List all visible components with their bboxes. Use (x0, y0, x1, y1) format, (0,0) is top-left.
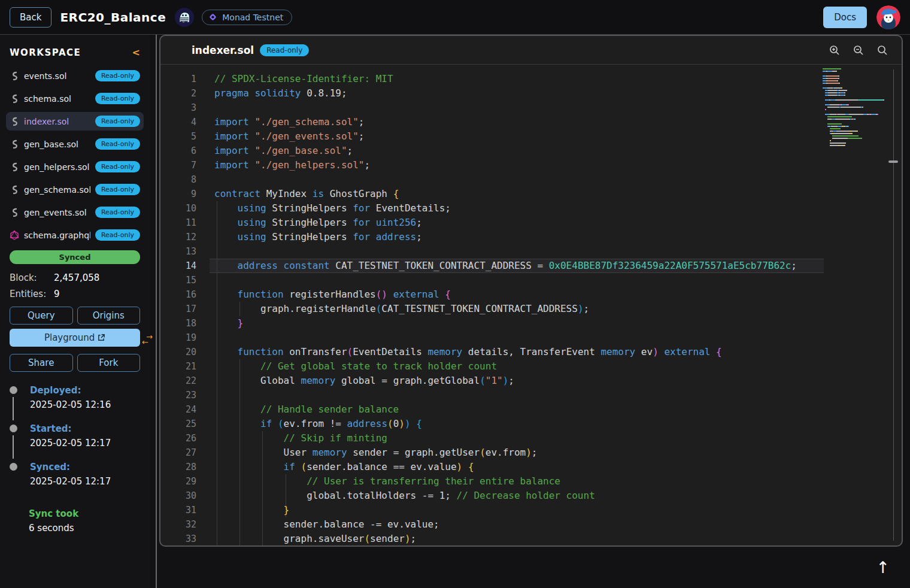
file-item-gen_base.sol[interactable]: gen_base.solRead-only (6, 135, 144, 153)
code-line-16: 16 function registerHandles() external { (160, 287, 902, 302)
file-item-events.sol[interactable]: events.solRead-only (6, 66, 144, 85)
zoom-in-icon[interactable] (829, 44, 841, 56)
read-only-badge: Read-only (95, 116, 140, 127)
file-name: indexer.sol (24, 117, 90, 126)
solidity-file-icon (10, 140, 19, 149)
line-number: 17 (160, 302, 196, 316)
code-line-32: 32 sender.balance -= ev.value; (160, 517, 902, 532)
line-number: 8 (160, 172, 196, 187)
search-icon[interactable] (876, 44, 888, 56)
network-badge-label: Monad Testnet (222, 13, 283, 22)
file-name: events.sol (24, 71, 90, 81)
line-number: 13 (160, 244, 196, 259)
line-number: 22 (160, 374, 196, 388)
collapse-sidebar-chevron[interactable]: < (132, 47, 140, 58)
timeline-item: Deployed:2025-02-05 12:16 (10, 385, 140, 423)
user-avatar[interactable] (876, 5, 900, 29)
page-title: ERC20_Balance (60, 10, 166, 25)
code-line-28: 28 if (sender.balance == ev.value) { (160, 460, 902, 474)
query-button[interactable]: Query (10, 307, 73, 325)
stat-row: Entities:9 (10, 289, 140, 299)
code-editor-panel: indexer.sol Read-only (159, 35, 903, 547)
solidity-file-icon (10, 94, 19, 104)
line-number: 14 (160, 259, 196, 273)
file-list: events.solRead-onlyschema.solRead-onlyin… (10, 66, 140, 244)
solidity-file-icon (10, 208, 19, 217)
file-name: gen_events.sol (24, 208, 90, 217)
network-badge: Monad Testnet (202, 10, 292, 25)
line-number: 3 (160, 101, 196, 115)
timeline-value: 2025-02-05 12:17 (30, 476, 111, 487)
code-line-17: 17 graph.registerHandle(CAT_TESTNET_TOKE… (160, 302, 902, 316)
stat-row: Block:2,457,058 (10, 272, 140, 283)
playground-button[interactable]: Playground (10, 329, 140, 347)
divider-line (156, 35, 157, 588)
timeline-value: 2025-02-05 12:16 (30, 399, 111, 410)
code-line-33: 33 graph.saveUser(sender); (160, 532, 902, 545)
sync-took-label: Sync took (29, 508, 140, 519)
line-number: 29 (160, 474, 196, 489)
editor-filename: indexer.sol (192, 44, 254, 56)
line-number: 23 (160, 388, 196, 402)
code-line-6: 6import "./gen_base.sol"; (160, 144, 902, 158)
code-line-5: 5import "./gen_events.sol"; (160, 129, 902, 144)
origins-button[interactable]: Origins (77, 307, 141, 325)
resize-handle-icon[interactable]: →← (146, 334, 162, 347)
graphql-file-icon (10, 231, 19, 240)
file-item-gen_schema.sol[interactable]: gen_schema.solRead-only (6, 180, 144, 199)
code-line-15: 15 (160, 273, 902, 287)
line-number: 31 (160, 503, 196, 517)
line-number: 15 (160, 273, 196, 287)
line-number: 21 (160, 359, 196, 374)
code-line-30: 30 global.totalHolders -= 1; // Decrease… (160, 489, 902, 503)
timeline-label: Deployed: (30, 385, 111, 396)
code-line-12: 12 using StringHelpers for address; (160, 230, 902, 244)
file-item-gen_events.sol[interactable]: gen_events.solRead-only (6, 203, 144, 222)
stats-block: Block:2,457,058Entities:9 (10, 272, 140, 299)
file-item-gen_helpers.sol[interactable]: gen_helpers.solRead-only (6, 157, 144, 176)
timeline-dot (10, 425, 17, 432)
timeline-connector (13, 397, 14, 420)
line-number: 32 (160, 517, 196, 532)
stat-value: 2,457,058 (54, 272, 99, 283)
code-line-31: 31 } (160, 503, 902, 517)
file-name: gen_base.sol (24, 140, 90, 149)
code-line-2: 2pragma solidity 0.8.19; (160, 86, 902, 101)
code-line-10: 10 using StringHelpers for EventDetails; (160, 201, 902, 216)
timeline-item: Synced:2025-02-05 12:17 (10, 462, 140, 500)
file-name: schema.sol (24, 94, 90, 104)
code-line-13: 13 (160, 244, 902, 259)
docs-button[interactable]: Docs (823, 7, 867, 28)
code-line-19: 19 (160, 331, 902, 345)
code-line-25: 25 if (ev.from != address(0)) { (160, 417, 902, 431)
code-line-14: 14 address constant CAT_TESTNET_TOKEN_CO… (160, 259, 902, 273)
line-number: 4 (160, 115, 196, 129)
timeline-value: 2025-02-05 12:17 (30, 438, 111, 448)
top-bar: Back ERC20_Balance Monad Testnet Docs (0, 0, 910, 35)
zoom-out-icon[interactable] (853, 44, 864, 56)
code-area[interactable]: 1// SPDX-License-Identifier: MIT2pragma … (160, 65, 902, 545)
monad-icon (208, 13, 217, 22)
solidity-file-icon (10, 71, 19, 81)
share-button[interactable]: Share (10, 354, 73, 372)
scrollbar-thumb[interactable] (888, 160, 898, 163)
back-button[interactable]: Back (10, 7, 51, 28)
sync-took-value: 6 seconds (29, 523, 140, 534)
read-only-badge: Read-only (95, 184, 140, 195)
file-item-schema.sol[interactable]: schema.solRead-only (6, 89, 144, 108)
code-line-8: 8 (160, 172, 902, 187)
file-name: schema.graphql (24, 231, 90, 240)
line-number: 30 (160, 489, 196, 503)
scroll-to-top-button[interactable]: ↑ (876, 559, 890, 575)
minimap[interactable] (823, 68, 886, 147)
fork-button[interactable]: Fork (77, 354, 141, 372)
file-item-indexer.sol[interactable]: indexer.solRead-only (6, 112, 144, 131)
sync-status-pill: Synced (10, 250, 140, 264)
line-number: 7 (160, 158, 196, 172)
file-item-schema.graphql[interactable]: schema.graphqlRead-only (6, 226, 144, 244)
timeline-dot (10, 463, 17, 471)
code-line-24: 24 // Handle sender balance (160, 402, 902, 417)
read-only-badge: Read-only (95, 161, 140, 172)
editor-header: indexer.sol Read-only (160, 36, 902, 65)
solidity-file-icon (10, 117, 19, 126)
